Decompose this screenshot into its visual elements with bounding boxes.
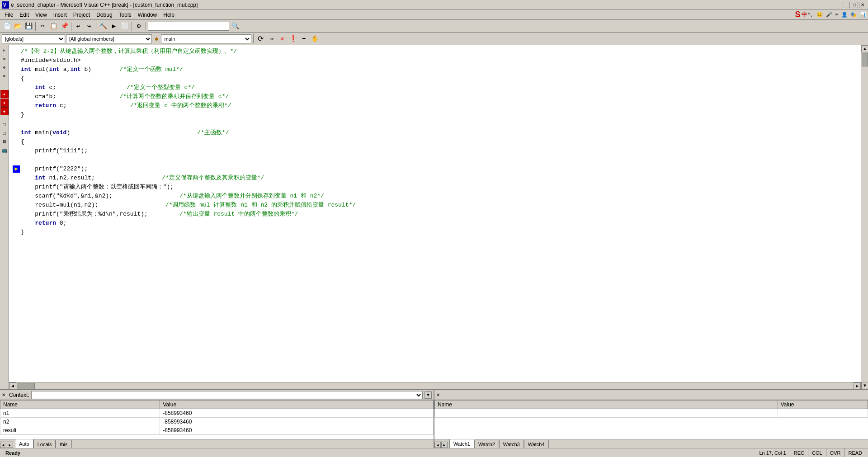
tab-watch4[interactable]: Watch4 (524, 440, 549, 448)
v-scroll-thumb[interactable] (862, 53, 868, 66)
code-line-20: return 0; (13, 219, 857, 228)
h-scroll-left[interactable]: ◀ (9, 382, 16, 390)
context-combo-btn[interactable]: ▼ (425, 391, 432, 399)
close-button[interactable]: ✕ (859, 2, 866, 8)
watch-name-input[interactable] (438, 410, 775, 416)
menu-view[interactable]: View (33, 11, 50, 19)
find-combo[interactable] (148, 22, 229, 31)
col-header-value: Value (160, 400, 434, 409)
debug-break-btn[interactable]: ❗ (288, 34, 298, 44)
sidebar-btn-11[interactable]: 📺 (0, 146, 9, 155)
code-text-21: } (21, 228, 24, 237)
v-scrollbar[interactable]: ▲ ▼ (861, 45, 868, 389)
h-scroll-right[interactable]: ▶ (854, 382, 861, 390)
tab-next-right[interactable]: ▶ (441, 442, 448, 448)
menu-insert[interactable]: Insert (51, 11, 70, 19)
var-value-result: -858993460 (160, 426, 434, 435)
menu-tools[interactable]: Tools (116, 11, 134, 19)
code-line-21: } (13, 228, 857, 237)
tab-prev-left[interactable]: ◀ (0, 442, 6, 448)
var-name-result: result (0, 426, 160, 435)
debug-arrow-btn[interactable]: ➡ (299, 34, 309, 44)
sidebar-btn-3[interactable]: ⊖ (0, 63, 9, 71)
tab-bar-left: ◀ ▶ Auto Locals this (0, 439, 434, 448)
stop-button[interactable]: ⬜ (120, 21, 130, 31)
h-scroll-thumb[interactable] (17, 383, 35, 389)
run-button[interactable]: ▶ (109, 21, 119, 31)
watch-input-name[interactable] (435, 409, 778, 418)
sidebar-btn-7[interactable]: ◆ (0, 107, 9, 115)
debug-step-btn2[interactable]: ⇥ (266, 34, 276, 44)
new-button[interactable]: 📄 (2, 21, 12, 31)
debug-stop-btn[interactable]: ✕ (277, 34, 287, 44)
tab-nav-left[interactable]: ◀ ▶ (0, 442, 13, 448)
status-ready: Ready (2, 450, 24, 456)
tab-watch3[interactable]: Watch3 (499, 440, 524, 448)
open-button[interactable]: 📂 (13, 21, 23, 31)
sidebar-btn-5[interactable]: ● (0, 90, 9, 98)
maximize-button[interactable]: □ (851, 2, 858, 8)
tab-nav-right[interactable]: ◀ ▶ (434, 442, 448, 448)
menu-debug[interactable]: Debug (94, 11, 115, 19)
title-bar: V e_second_chapter - Microsoft Visual C+… (0, 0, 868, 10)
find-button[interactable]: 🔍 (230, 21, 240, 31)
sidebar-btn-1[interactable]: ▶ (0, 46, 9, 54)
var-name-n1: n1 (0, 409, 160, 418)
undo-button[interactable]: ↩ (73, 21, 83, 31)
menu-help[interactable]: Help (160, 11, 177, 19)
sep5 (146, 22, 146, 31)
tab-auto[interactable]: Auto (15, 439, 33, 448)
v-scroll-down[interactable]: ▼ (861, 382, 868, 389)
v-scroll-track (861, 52, 868, 382)
menu-window[interactable]: Window (135, 11, 160, 19)
panel-close-right[interactable]: ✕ (436, 392, 440, 397)
sidebar-btn-6[interactable]: ● (0, 99, 9, 107)
tab-prev-right[interactable]: ◀ (434, 442, 441, 448)
code-indent-14: printf("2222"); (21, 165, 88, 174)
sohu-logo: S (795, 10, 801, 19)
tab-next-left[interactable]: ▶ (7, 442, 13, 448)
misc-btn1[interactable]: ⚙ (134, 21, 144, 31)
sohu-chinese: 中 (802, 11, 807, 19)
code-kw-3c: int (70, 65, 80, 74)
menu-edit[interactable]: Edit (17, 11, 32, 19)
status-ovr: OVR (826, 448, 845, 457)
tab-locals[interactable]: Locals (33, 440, 56, 448)
debug-step-btn1[interactable]: ⟳ (255, 34, 265, 44)
scope-combo[interactable]: [globals] (2, 34, 65, 43)
tab-watch2[interactable]: Watch2 (474, 440, 499, 448)
context-combo[interactable] (31, 391, 423, 399)
sidebar-btn-4[interactable]: ⊗ (0, 72, 9, 80)
toolbar2: [globals] [All global members] ◆ main ⟳ … (0, 33, 868, 45)
sidebar-btn-2[interactable]: ⊕ (0, 55, 9, 63)
panel-scroll-left[interactable]: Name Value n1 -858993460 n2 -858993460 (0, 400, 434, 439)
tab-this[interactable]: this (56, 440, 71, 448)
sohu-toolbar: S 中 °, 😊 🎤 ⌨ 👤 🎭 📊 (795, 10, 866, 19)
minimize-button[interactable]: _ (843, 2, 850, 8)
code-scroll[interactable]: /*【例 2-2】从键盘输入两个整数，计算其乘积（利用用户自定义函数实现）。*/… (9, 45, 861, 382)
cut-button[interactable]: ✂ (38, 21, 47, 31)
tab-watch1[interactable]: Watch1 (449, 439, 474, 448)
copy-button[interactable]: 📋 (48, 21, 58, 31)
paste-button[interactable]: 📌 (59, 21, 69, 31)
redo-button[interactable]: ↪ (84, 21, 94, 31)
code-indent-7 (21, 101, 35, 110)
menu-project[interactable]: Project (71, 11, 93, 19)
build-button[interactable]: 🔨 (98, 21, 108, 31)
v-scroll-up[interactable]: ▲ (861, 45, 868, 52)
panel-scroll-right[interactable]: Name Value (434, 400, 868, 439)
bottom-right-panel: ✕ Name Value ◀ (434, 390, 868, 448)
function-combo[interactable]: main (161, 34, 251, 43)
watch-input-value (778, 409, 868, 418)
code-cmt-15: /*定义保存两个整数及其乘积的变量*/ (162, 174, 264, 183)
members-combo[interactable]: [All global members] (66, 34, 152, 43)
sidebar-btn-9[interactable]: □ (0, 129, 9, 137)
sidebar-btn-8[interactable]: □ (0, 121, 9, 129)
panel-close-left[interactable]: ✕ (2, 392, 5, 397)
h-scrollbar[interactable]: ◀ ▶ (9, 382, 861, 389)
title-bar-buttons[interactable]: _ □ ✕ (843, 2, 866, 8)
debug-hand-btn[interactable]: ✋ (310, 34, 320, 44)
save-button[interactable]: 💾 (24, 21, 33, 31)
menu-file[interactable]: File (2, 11, 16, 19)
sidebar-btn-10[interactable]: 🖥 (0, 138, 9, 146)
